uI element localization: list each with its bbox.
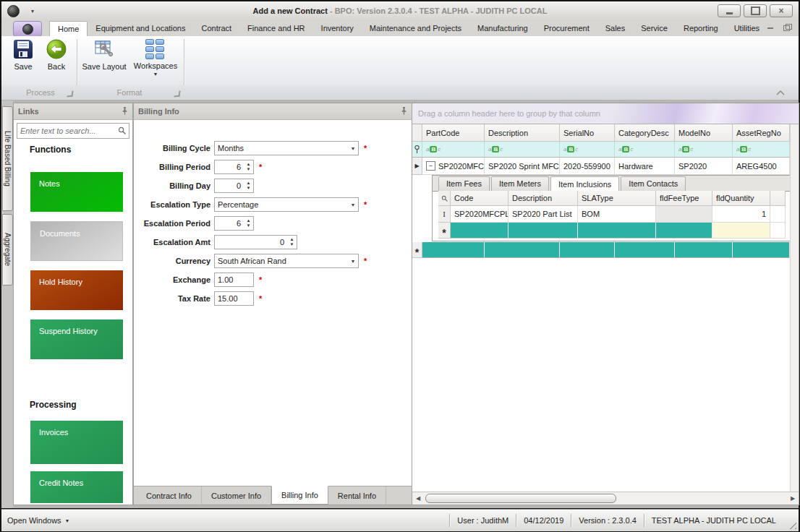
column-header-description[interactable]: Description xyxy=(508,191,578,206)
resize-grip-icon[interactable] xyxy=(788,520,796,529)
back-button[interactable]: Back xyxy=(41,38,72,71)
collapse-box-icon[interactable] xyxy=(426,161,435,171)
suspend-history-button[interactable]: Suspend History xyxy=(30,319,123,359)
spin-down-icon[interactable]: ▼ xyxy=(247,186,251,191)
column-header-fldquantity[interactable]: fldQuantity xyxy=(712,191,770,206)
billing-cycle-select[interactable]: Months ▼ xyxy=(214,141,359,155)
tab-billing-info[interactable]: Billing Info xyxy=(271,486,328,505)
tab-item-meters[interactable]: Item Meters xyxy=(491,176,549,191)
spin-down-icon[interactable]: ▼ xyxy=(247,223,251,228)
spin-up-icon[interactable]: ▲ xyxy=(247,162,251,167)
column-header-code[interactable]: Code xyxy=(451,191,508,206)
hold-history-button[interactable]: Hold History xyxy=(30,270,123,310)
collapse-ribbon-button[interactable] xyxy=(773,87,788,98)
cell-slatype[interactable]: BOM xyxy=(578,206,656,223)
column-header-fldfeetype[interactable]: fldFeeType xyxy=(656,191,712,206)
side-tab-aggregate[interactable]: Aggregate xyxy=(2,214,13,286)
filter-cell-assetregno[interactable] xyxy=(733,142,790,158)
horizontal-scrollbar[interactable]: ◀ ▶ xyxy=(412,492,799,505)
ribbon-tab-finance-and-hr[interactable]: Finance and HR xyxy=(239,21,313,36)
ribbon-tab-home[interactable]: Home xyxy=(49,21,88,36)
ribbon-tab-sales[interactable]: Sales xyxy=(597,21,634,36)
column-header-modelno[interactable]: ModelNo xyxy=(675,124,733,142)
spin-up-icon[interactable]: ▲ xyxy=(247,181,251,186)
pin-icon[interactable] xyxy=(401,107,407,116)
column-header-categorydesc[interactable]: CategoryDesc xyxy=(615,124,675,142)
side-tab-life-based-billing[interactable]: Life Based Billing xyxy=(2,106,13,211)
escalation-period-spinner[interactable]: 6 ▲▼ xyxy=(214,216,254,231)
save-button[interactable]: Save xyxy=(7,38,39,71)
ribbon-tab-contract[interactable]: Contract xyxy=(194,21,240,36)
maximize-button[interactable] xyxy=(744,4,767,17)
ribbon-tab-maintenance-and-projects[interactable]: Maintenance and Projects xyxy=(362,21,469,36)
mdi-minimize-icon[interactable] xyxy=(767,27,773,29)
scrollbar-thumb[interactable] xyxy=(425,494,616,503)
ribbon-tab-inventory[interactable]: Inventory xyxy=(313,21,362,36)
tax-rate-field[interactable]: 15.00 xyxy=(214,291,254,306)
save-layout-button[interactable]: Save Layout xyxy=(81,38,127,71)
tab-customer-info[interactable]: Customer Info xyxy=(202,486,271,505)
mdi-restore-icon[interactable] xyxy=(783,25,790,31)
dropdown-arrow-icon[interactable]: ▼ xyxy=(348,259,358,264)
new-cell-description[interactable] xyxy=(485,242,560,258)
ribbon-tab-manufacturing[interactable]: Manufacturing xyxy=(469,21,536,36)
grid-new-row[interactable] xyxy=(412,242,790,258)
links-search-input[interactable] xyxy=(17,126,118,135)
invoices-button[interactable]: Invoices xyxy=(30,421,123,464)
cell-description[interactable]: SP2020 Sprint MFC xyxy=(485,158,560,175)
new-cell-categorydesc[interactable] xyxy=(615,242,675,258)
currency-select[interactable]: South African Rand ▼ xyxy=(214,254,359,268)
column-header-partcode[interactable]: PartCode xyxy=(422,124,485,142)
dialog-launcher-icon[interactable] xyxy=(67,90,73,97)
escalation-type-select[interactable]: Percentage ▼ xyxy=(214,197,359,212)
cell-assetregno[interactable]: AREG4500 xyxy=(733,158,790,175)
pin-icon[interactable] xyxy=(122,107,128,116)
cell-modelno[interactable]: SP2020 xyxy=(675,158,733,175)
new-cell-fldquantity[interactable] xyxy=(712,223,770,239)
spin-up-icon[interactable]: ▲ xyxy=(247,218,251,223)
column-header-slatype[interactable]: SLAType xyxy=(578,191,656,206)
cell-serialno[interactable]: 2020-559900 xyxy=(560,158,615,175)
application-menu-button[interactable] xyxy=(13,21,42,37)
tab-contract-info[interactable]: Contract Info xyxy=(137,486,202,505)
new-cell-assetregno[interactable] xyxy=(733,242,790,258)
ribbon-tab-utilities[interactable]: Utilities xyxy=(726,21,767,36)
new-cell-slatype[interactable] xyxy=(578,223,656,239)
workspaces-button[interactable]: Workspaces ▼ xyxy=(132,38,179,76)
scroll-right-icon[interactable]: ▶ xyxy=(787,495,799,502)
links-search[interactable] xyxy=(17,123,129,139)
close-button[interactable]: × xyxy=(770,4,793,17)
quick-access-arrow-icon[interactable]: ▾ xyxy=(31,8,34,14)
filter-cell-modelno[interactable] xyxy=(675,142,733,158)
ribbon-tab-reporting[interactable]: Reporting xyxy=(676,21,726,36)
new-cell-modelno[interactable] xyxy=(675,242,733,258)
billing-period-spinner[interactable]: 6 ▲▼ xyxy=(214,160,254,174)
filter-cell-description[interactable] xyxy=(485,142,560,158)
cell-description[interactable]: SP2020 Part List xyxy=(508,206,578,223)
ribbon-tab-equipment-and-locations[interactable]: Equipment and Locations xyxy=(88,21,193,36)
cell-partcode[interactable]: SP2020MFC xyxy=(422,158,485,175)
inclusions-search-icon[interactable] xyxy=(438,191,451,206)
group-by-band[interactable]: Drag a column header here to group by th… xyxy=(412,103,799,124)
minimize-button[interactable] xyxy=(718,4,741,17)
spin-up-icon[interactable]: ▲ xyxy=(290,237,294,242)
credit-notes-button[interactable]: Credit Notes xyxy=(30,471,123,503)
cell-code[interactable]: SP2020MFCPL xyxy=(451,206,508,223)
notes-button[interactable]: Notes xyxy=(30,172,123,212)
open-windows-button[interactable]: Open Windows ▼ xyxy=(7,516,70,525)
exchange-field[interactable]: 1.00 xyxy=(214,273,254,287)
inclusions-data-row[interactable]: SP2020MFCPL SP2020 Part List BOM 1 xyxy=(438,206,786,223)
dialog-launcher-icon[interactable] xyxy=(174,90,180,97)
vertical-scrollbar[interactable] xyxy=(790,124,799,492)
ribbon-tab-service[interactable]: Service xyxy=(633,21,676,36)
filter-cell-serialno[interactable] xyxy=(560,142,615,158)
tab-item-inclusions[interactable]: Item Inclusions xyxy=(550,176,619,192)
new-cell-partcode[interactable] xyxy=(422,242,485,258)
new-cell-fldfeetype[interactable] xyxy=(656,223,712,239)
dropdown-arrow-icon[interactable]: ▼ xyxy=(348,146,358,151)
column-header-assetregno[interactable]: AssetRegNo xyxy=(733,124,790,142)
spin-down-icon[interactable]: ▼ xyxy=(290,242,294,247)
tab-item-contacts[interactable]: Item Contacts xyxy=(621,176,686,191)
column-header-serialno[interactable]: SerialNo xyxy=(560,124,615,142)
scroll-left-icon[interactable]: ◀ xyxy=(412,495,424,502)
